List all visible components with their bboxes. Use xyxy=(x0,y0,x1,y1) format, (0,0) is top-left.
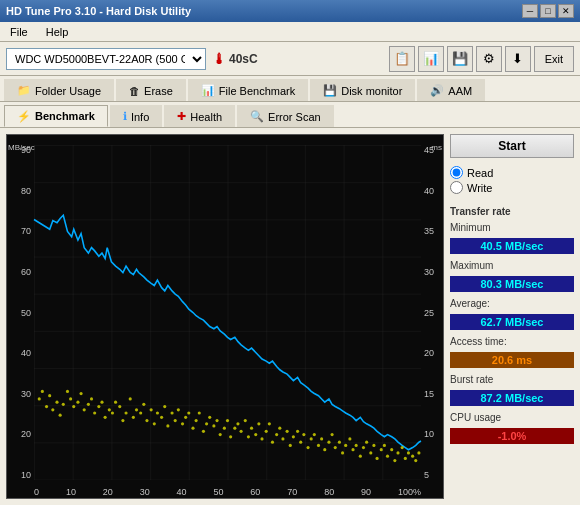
read-write-selector: Read Write xyxy=(450,166,574,194)
menu-bar: File Help xyxy=(0,22,580,42)
read-radio[interactable] xyxy=(450,166,463,179)
y-label-70: 70 xyxy=(7,226,34,236)
cpu-usage-value: -1.0% xyxy=(450,428,574,444)
svg-point-54 xyxy=(219,433,222,436)
read-radio-label[interactable]: Read xyxy=(450,166,574,179)
svg-point-102 xyxy=(386,455,389,458)
y-label-40: 40 xyxy=(7,348,34,358)
svg-point-96 xyxy=(365,441,368,444)
x-label-10: 10 xyxy=(66,487,76,497)
svg-point-111 xyxy=(417,451,420,454)
tab-aam[interactable]: 🔊 AAM xyxy=(417,79,485,101)
svg-point-66 xyxy=(260,437,263,440)
svg-point-13 xyxy=(76,401,79,404)
svg-point-61 xyxy=(244,419,247,422)
x-label-20: 20 xyxy=(103,487,113,497)
svg-point-94 xyxy=(359,455,362,458)
svg-point-18 xyxy=(93,411,96,414)
svg-point-74 xyxy=(289,444,292,447)
info-icon: ℹ xyxy=(123,110,127,123)
y-label-60: 60 xyxy=(7,267,34,277)
svg-point-79 xyxy=(306,446,309,449)
svg-point-86 xyxy=(331,433,334,436)
svg-point-36 xyxy=(156,411,159,414)
svg-point-83 xyxy=(320,437,323,440)
x-label-30: 30 xyxy=(140,487,150,497)
burst-rate-value: 87.2 MB/sec xyxy=(450,390,574,406)
toolbar-icon-group: 📋 📊 💾 ⚙ ⬇ Exit xyxy=(389,46,574,72)
start-button[interactable]: Start xyxy=(450,134,574,158)
svg-point-19 xyxy=(97,405,100,408)
y-label-30: 30 xyxy=(7,389,34,399)
maximum-value: 80.3 MB/sec xyxy=(450,276,574,292)
svg-point-108 xyxy=(407,451,410,454)
svg-point-4 xyxy=(45,405,48,408)
svg-point-65 xyxy=(257,422,260,425)
average-label: Average: xyxy=(450,298,574,309)
x-label-80: 80 xyxy=(324,487,334,497)
tab-info[interactable]: ℹ Info xyxy=(110,105,162,127)
tab-folder-usage[interactable]: 📁 Folder Usage xyxy=(4,79,114,101)
download-icon-btn[interactable]: ⬇ xyxy=(505,46,531,72)
write-radio-label[interactable]: Write xyxy=(450,181,574,194)
maximize-button[interactable]: □ xyxy=(540,4,556,18)
svg-point-78 xyxy=(302,433,305,436)
svg-point-32 xyxy=(142,403,145,406)
svg-point-68 xyxy=(268,422,271,425)
tab-error-scan[interactable]: 🔍 Error Scan xyxy=(237,105,334,127)
erase-icon: 🗑 xyxy=(129,85,140,97)
svg-point-82 xyxy=(317,444,320,447)
x-label-0: 0 xyxy=(34,487,39,497)
exit-button[interactable]: Exit xyxy=(534,46,574,72)
tab-health[interactable]: ✚ Health xyxy=(164,105,235,127)
settings-icon-btn[interactable]: ⚙ xyxy=(476,46,502,72)
health-icon: ✚ xyxy=(177,110,186,123)
svg-point-33 xyxy=(145,419,148,422)
minimize-button[interactable]: ─ xyxy=(522,4,538,18)
svg-point-100 xyxy=(380,448,383,451)
svg-point-35 xyxy=(153,422,156,425)
file-benchmark-icon: 📊 xyxy=(201,84,215,97)
tab-erase[interactable]: 🗑 Erase xyxy=(116,79,186,101)
read-label: Read xyxy=(467,167,493,179)
svg-point-56 xyxy=(226,419,229,422)
right-panel: Start Read Write Transfer rate Minimum 4… xyxy=(450,128,580,505)
svg-point-9 xyxy=(62,403,65,406)
cpu-usage-label: CPU usage xyxy=(450,412,574,423)
minimum-value: 40.5 MB/sec xyxy=(450,238,574,254)
write-radio[interactable] xyxy=(450,181,463,194)
disk-monitor-icon: 💾 xyxy=(323,84,337,97)
menu-file[interactable]: File xyxy=(6,25,32,39)
x-label-70: 70 xyxy=(287,487,297,497)
x-axis-labels: 0 10 20 30 40 50 60 70 80 90 100% xyxy=(34,487,421,497)
svg-rect-1 xyxy=(34,145,421,480)
toolbar: WDC WD5000BEVT-22A0R (500 GB) 🌡 40sC 📋 📊… xyxy=(0,42,580,76)
svg-point-48 xyxy=(198,411,201,414)
svg-point-53 xyxy=(215,419,218,422)
svg-point-104 xyxy=(393,459,396,462)
benchmark-chart xyxy=(34,145,421,480)
x-label-90: 90 xyxy=(361,487,371,497)
health-icon-btn[interactable]: 📋 xyxy=(389,46,415,72)
svg-point-24 xyxy=(114,401,117,404)
svg-point-44 xyxy=(184,416,187,419)
menu-help[interactable]: Help xyxy=(42,25,73,39)
svg-point-84 xyxy=(323,448,326,451)
close-button[interactable]: ✕ xyxy=(558,4,574,18)
svg-point-55 xyxy=(223,427,226,430)
tab-benchmark[interactable]: ⚡ Benchmark xyxy=(4,105,108,127)
svg-point-15 xyxy=(83,408,86,411)
save-icon-btn[interactable]: 💾 xyxy=(447,46,473,72)
tab-disk-monitor[interactable]: 💾 Disk monitor xyxy=(310,79,415,101)
tab-file-benchmark[interactable]: 📊 File Benchmark xyxy=(188,79,308,101)
disk-selector[interactable]: WDC WD5000BEVT-22A0R (500 GB) xyxy=(6,48,206,70)
info-icon-btn[interactable]: 📊 xyxy=(418,46,444,72)
svg-point-69 xyxy=(271,441,274,444)
svg-point-93 xyxy=(355,444,358,447)
svg-point-42 xyxy=(177,408,180,411)
svg-point-49 xyxy=(202,430,205,433)
y-right-40: 40 xyxy=(421,186,443,196)
title-bar: HD Tune Pro 3.10 - Hard Disk Utility ─ □… xyxy=(0,0,580,22)
svg-point-97 xyxy=(369,451,372,454)
minimum-label: Minimum xyxy=(450,222,574,233)
